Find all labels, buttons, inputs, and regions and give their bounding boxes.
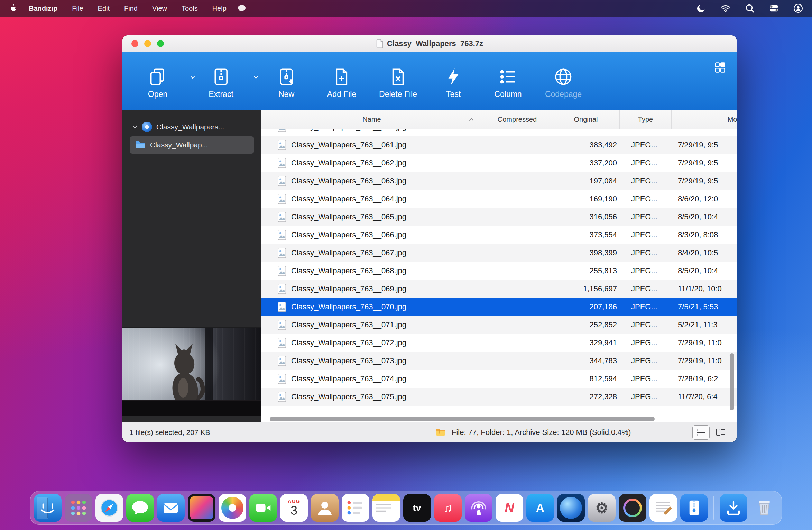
dock-item-messages[interactable] (126, 494, 154, 522)
dock-item-mail[interactable] (157, 494, 185, 522)
jpeg-file-icon (277, 338, 286, 348)
extract-button[interactable]: Extract (209, 67, 233, 99)
file-type: JPEG... (620, 140, 672, 149)
dock-item-finder[interactable] (34, 494, 62, 522)
dock-item-launchpad[interactable] (65, 494, 92, 522)
minimize-button[interactable] (144, 40, 151, 47)
bandizip-window: Classy_Wallpapers_763.7z OpenExtractNewA… (122, 35, 737, 442)
column-header-compressed[interactable]: Compressed (482, 110, 552, 129)
menu-view[interactable]: View (145, 4, 174, 12)
file-modified-date: 11/7/20, 6:4 (672, 392, 737, 401)
horizontal-scrollbar[interactable] (270, 417, 655, 421)
file-row-partial[interactable]: Classy_Wallpapers_763__060.jpg (261, 129, 737, 136)
menu-tools[interactable]: Tools (174, 4, 205, 12)
new-button[interactable]: New (276, 67, 296, 99)
dark-mode-moon-icon[interactable] (696, 3, 706, 13)
dock-item-contacts[interactable] (311, 494, 339, 522)
disclosure-caret-icon[interactable] (131, 124, 138, 130)
dock-item-textedit[interactable] (649, 494, 677, 522)
file-row[interactable]: Classy_Wallpapers_763__062.jpg337,200JPE… (261, 154, 737, 172)
file-name: Classy_Wallpapers_763__073.jpg (291, 356, 406, 365)
file-row[interactable]: Classy_Wallpapers_763__068.jpg255,813JPE… (261, 262, 737, 280)
file-row[interactable]: Classy_Wallpapers_763__064.jpg169,190JPE… (261, 190, 737, 208)
chat-bubble-icon[interactable] (237, 4, 246, 13)
zoom-button[interactable] (157, 40, 164, 47)
dock-item-dark-app[interactable] (619, 494, 646, 522)
open-button[interactable]: Open (148, 67, 168, 99)
jpeg-file-icon (277, 129, 286, 132)
dock-item-bandizip[interactable] (680, 494, 708, 522)
apple-menu-icon[interactable] (9, 4, 17, 13)
dock-item-news[interactable]: N (496, 494, 523, 522)
title-bar[interactable]: Classy_Wallpapers_763.7z (122, 35, 737, 52)
system-preferences-icon: ⚙ (588, 494, 616, 522)
dock-item-apple-tv[interactable]: tv (403, 494, 431, 522)
file-type: JPEG... (620, 320, 672, 329)
file-modified-date: 7/29/19, 11:0 (672, 356, 737, 365)
icons-view-toggle[interactable] (712, 425, 729, 439)
dock-item-gallery[interactable] (188, 494, 215, 522)
tree-root-archive[interactable]: Classy_Wallpapers... (122, 118, 261, 136)
open-dropdown-chevron-icon[interactable] (189, 74, 196, 81)
codepage-button[interactable]: Codepage (545, 67, 582, 99)
close-button[interactable] (131, 40, 138, 47)
column-button[interactable]: Column (494, 67, 522, 99)
file-row[interactable]: Classy_Wallpapers_763__061.jpg383,492JPE… (261, 136, 737, 154)
extract-dropdown-chevron-icon[interactable] (252, 74, 259, 81)
tree-folder-selected[interactable]: Classy_Wallpap... (130, 136, 254, 154)
file-row-selected[interactable]: Classy_Wallpapers_763__070.jpg207,186JPE… (261, 298, 737, 316)
jpeg-file-icon (277, 392, 286, 402)
dock-item-facetime[interactable] (249, 494, 277, 522)
column-header-name[interactable]: Name (261, 110, 482, 129)
file-row[interactable]: Classy_Wallpapers_763__066.jpg373,554JPE… (261, 226, 737, 244)
file-row[interactable]: Classy_Wallpapers_763__065.jpg316,056JPE… (261, 208, 737, 226)
file-row[interactable]: Classy_Wallpapers_763__071.jpg252,852JPE… (261, 316, 737, 334)
file-original-size: 398,399 (552, 248, 620, 257)
control-center-icon[interactable] (769, 3, 779, 13)
menu-app-name[interactable]: Bandizip (21, 4, 65, 12)
test-button[interactable]: Test (443, 67, 463, 99)
details-view-toggle[interactable] (692, 425, 710, 440)
column-header-original[interactable]: Original (552, 110, 620, 129)
music-icon: ♫ (434, 494, 462, 522)
file-row[interactable]: Classy_Wallpapers_763__067.jpg398,399JPE… (261, 244, 737, 262)
file-row[interactable]: Classy_Wallpapers_763__073.jpg344,783JPE… (261, 352, 737, 370)
codepage-icon (553, 67, 573, 87)
list-header: Name Compressed Original Type Modified (261, 110, 737, 129)
dock-item-safari[interactable] (95, 494, 123, 522)
menu-file[interactable]: File (65, 4, 90, 12)
column-header-modified[interactable]: Modified (672, 110, 737, 129)
vertical-scrollbar[interactable] (730, 353, 734, 410)
archive-file-icon (376, 39, 384, 48)
dock-item-system-preferences[interactable]: ⚙ (588, 494, 616, 522)
file-row[interactable]: Classy_Wallpapers_763__063.jpg197,084JPE… (261, 172, 737, 190)
file-row[interactable]: Classy_Wallpapers_763__075.jpg272,328JPE… (261, 388, 737, 406)
file-row[interactable]: Classy_Wallpapers_763__072.jpg329,941JPE… (261, 334, 737, 352)
file-original-size: 252,852 (552, 320, 620, 329)
spotlight-search-icon[interactable] (745, 3, 755, 13)
dock-item-calendar[interactable]: AUG3 (280, 494, 308, 522)
user-account-icon[interactable] (793, 3, 803, 13)
dock-item-app-store[interactable]: A (526, 494, 554, 522)
add-file-button[interactable]: Add File (327, 67, 356, 99)
file-row[interactable]: Classy_Wallpapers_763__060.jpg (261, 129, 737, 136)
file-row[interactable]: Classy_Wallpapers_763__074.jpg812,594JPE… (261, 370, 737, 388)
menu-edit[interactable]: Edit (91, 4, 117, 12)
dock-item-trash[interactable] (750, 494, 778, 522)
dock-item-reminders[interactable] (342, 494, 369, 522)
dock-item-downloads[interactable] (720, 494, 747, 522)
wifi-icon[interactable] (721, 3, 730, 13)
file-name: Classy_Wallpapers_763__061.jpg (291, 140, 406, 149)
dock-item-photos[interactable] (219, 494, 246, 522)
dock-item-blue-sphere[interactable] (557, 494, 585, 522)
delete-file-button[interactable]: Delete File (379, 67, 417, 99)
menu-help[interactable]: Help (205, 4, 234, 12)
dock-item-notes[interactable] (372, 494, 400, 522)
column-header-type[interactable]: Type (620, 110, 672, 129)
dock-item-music[interactable]: ♫ (434, 494, 462, 522)
file-type: JPEG... (620, 374, 672, 383)
file-row[interactable]: Classy_Wallpapers_763__069.jpg1,156,697J… (261, 280, 737, 298)
dock-item-podcasts[interactable] (465, 494, 492, 522)
view-mode-grid-icon[interactable] (714, 61, 726, 74)
menu-find[interactable]: Find (117, 4, 145, 12)
